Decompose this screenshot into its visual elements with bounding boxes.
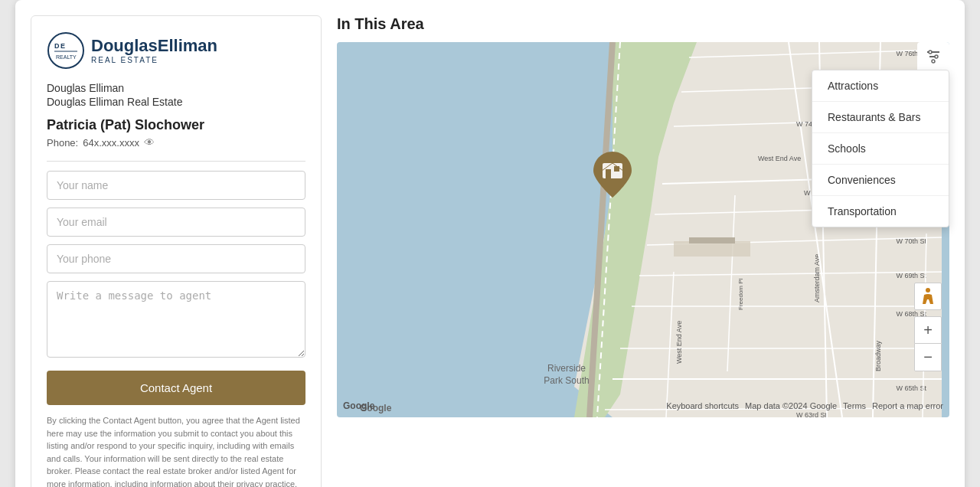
phone-input[interactable] [47,244,305,273]
map-pin [593,152,632,200]
svg-text:E: E [60,42,65,50]
property-pin-icon [593,152,632,198]
map-controls: + − [914,283,942,371]
map-data-text: Map data ©2024 Google [745,401,837,410]
map-footer: Google Keyboard shortcuts Map data ©2024… [337,400,949,411]
svg-rect-57 [606,169,611,178]
keyboard-shortcuts-link[interactable]: Keyboard shortcuts [666,401,739,410]
svg-point-8 [929,51,932,54]
agent-company-line1: Douglas Elliman [47,82,305,94]
page-container: D E REALTY DouglasElliman REAL ESTATE Do… [15,0,965,487]
zoom-in-button[interactable]: + [914,316,942,344]
svg-text:West End Ave: West End Ave [675,321,683,364]
name-input[interactable] [47,171,305,200]
left-panel: D E REALTY DouglasElliman REAL ESTATE Do… [31,15,322,487]
svg-point-0 [48,33,83,68]
map-wrapper: Attractions Restaurants & Bars Schools C… [337,42,949,417]
svg-text:Riverside: Riverside [547,363,586,374]
svg-point-61 [926,288,930,293]
svg-text:Park South: Park South [544,375,589,386]
svg-text:West End Ave: West End Ave [758,155,801,162]
svg-text:Broadway: Broadway [874,340,882,371]
contact-agent-button[interactable]: Contact Agent [47,371,305,405]
terms-link[interactable]: Terms [843,401,866,410]
eye-icon[interactable]: 👁 [144,136,155,149]
svg-text:REALTY: REALTY [56,54,77,60]
dropdown-item-attractions[interactable]: Attractions [812,70,949,102]
person-icon [920,287,936,306]
logo-brand: DouglasElliman [91,38,217,54]
svg-point-10 [932,60,935,63]
message-textarea[interactable] [47,281,305,358]
divider [47,161,305,162]
report-map-error-link[interactable]: Report a map error [872,401,943,410]
agent-phone-number: 64x.xxx.xxxx [83,137,139,149]
agent-company-line2: Douglas Elliman Real Estate [47,96,305,108]
disclaimer-text: By clicking the Contact Agent button, yo… [47,414,305,487]
svg-rect-52 [689,237,735,244]
logo-sub: REAL ESTATE [91,56,217,64]
douglas-elliman-logo-icon: D E REALTY [47,31,85,70]
filter-icon [925,48,942,65]
svg-text:W 69th St: W 69th St [896,272,926,279]
svg-text:W 65th St: W 65th St [896,384,926,392]
google-label: Google [343,400,374,411]
dropdown-item-restaurants[interactable]: Restaurants & Bars [812,102,949,133]
map-footer-right: Keyboard shortcuts Map data ©2024 Google… [666,401,943,410]
dropdown-item-transportation[interactable]: Transportation [812,196,949,227]
filter-dropdown: Attractions Restaurants & Bars Schools C… [812,70,949,227]
svg-text:D: D [54,42,60,50]
section-title: In This Area [337,15,949,33]
agent-name: Patricia (Pat) Slochower [47,117,305,133]
svg-rect-58 [614,166,619,172]
right-panel: In This Area Attractions Restaurants & B… [337,15,949,487]
svg-text:W 63rd St: W 63rd St [796,411,828,417]
zoom-out-button[interactable]: − [914,344,942,371]
agent-phone: Phone: 64x.xxx.xxxx 👁 [47,136,305,149]
svg-rect-56 [603,163,622,178]
email-input[interactable] [47,208,305,237]
logo-area: D E REALTY DouglasElliman REAL ESTATE [47,31,305,70]
svg-point-9 [935,55,938,58]
svg-text:W 70th St: W 70th St [896,237,926,245]
agent-phone-label: Phone: [47,137,78,149]
dropdown-item-schools[interactable]: Schools [812,133,949,165]
street-view-button[interactable] [914,283,942,310]
logo-text: DouglasElliman REAL ESTATE [91,38,217,64]
svg-text:Freedom Pl: Freedom Pl [737,278,744,310]
dropdown-item-conveniences[interactable]: Conveniences [812,165,949,196]
